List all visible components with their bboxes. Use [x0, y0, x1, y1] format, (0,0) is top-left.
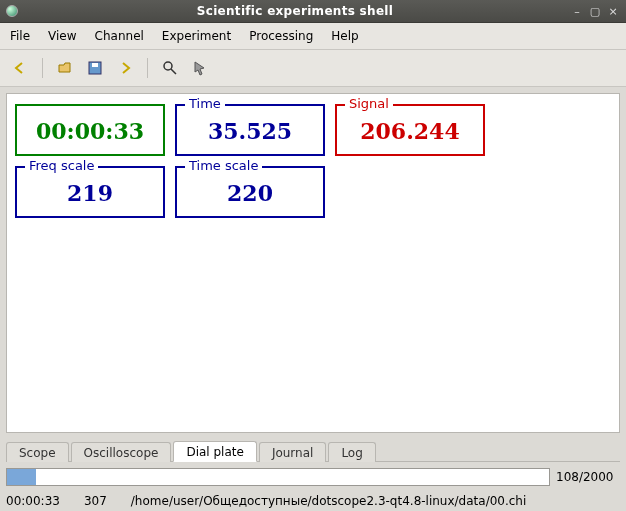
app-icon [6, 5, 18, 17]
progress-row: 108/2000 [6, 468, 620, 486]
elapsed-time-value: 00:00:33 [36, 118, 144, 144]
menu-bar: File View Channel Experiment Processing … [0, 23, 626, 50]
progress-bar[interactable] [6, 468, 550, 486]
freq-scale-label: Freq scale [25, 158, 98, 173]
tab-dial-plate[interactable]: Dial plate [173, 441, 256, 462]
workspace: 00:00:33 Time 35.525 Signal 206.244 Freq… [6, 93, 620, 433]
progress-label: 108/2000 [556, 470, 620, 484]
svg-rect-1 [92, 63, 98, 67]
tab-log[interactable]: Log [328, 442, 375, 462]
freq-scale-value: 219 [67, 180, 113, 206]
menu-help[interactable]: Help [331, 29, 358, 43]
menu-view[interactable]: View [48, 29, 76, 43]
time-scale-value: 220 [227, 180, 273, 206]
status-time: 00:00:33 [6, 494, 60, 508]
tab-journal[interactable]: Journal [259, 442, 327, 462]
status-path: /home/user/Общедоступные/dotscope2.3-qt4… [131, 494, 620, 508]
toolbar-separator [42, 58, 43, 78]
pointer-button[interactable] [188, 56, 212, 80]
tab-oscilloscope[interactable]: Oscilloscope [71, 442, 172, 462]
back-button[interactable] [8, 56, 32, 80]
signal-label: Signal [345, 96, 393, 111]
status-bar: 00:00:33 307 /home/user/Общедоступные/do… [0, 492, 626, 511]
status-count: 307 [84, 494, 107, 508]
menu-experiment[interactable]: Experiment [162, 29, 231, 43]
time-label: Time [185, 96, 225, 111]
time-box: Time 35.525 [175, 104, 325, 156]
freq-scale-box: Freq scale 219 [15, 166, 165, 218]
time-scale-label: Time scale [185, 158, 262, 173]
signal-box: Signal 206.244 [335, 104, 485, 156]
open-button[interactable] [53, 56, 77, 80]
time-scale-box: Time scale 220 [175, 166, 325, 218]
menu-channel[interactable]: Channel [95, 29, 144, 43]
zoom-button[interactable] [158, 56, 182, 80]
save-button[interactable] [83, 56, 107, 80]
time-value: 35.525 [208, 118, 292, 144]
menu-file[interactable]: File [10, 29, 30, 43]
minimize-button[interactable]: – [570, 4, 584, 18]
tab-scope[interactable]: Scope [6, 442, 69, 462]
tab-strip: Scope Oscilloscope Dial plate Journal Lo… [6, 439, 620, 462]
window-title: Scientific experiments shell [24, 4, 566, 18]
elapsed-time-box: 00:00:33 [15, 104, 165, 156]
maximize-button[interactable]: ▢ [588, 4, 602, 18]
close-button[interactable]: × [606, 4, 620, 18]
progress-fill [7, 469, 36, 485]
svg-point-2 [164, 62, 172, 70]
signal-value: 206.244 [360, 118, 460, 144]
svg-line-3 [171, 69, 176, 74]
toolbar [0, 50, 626, 87]
forward-button[interactable] [113, 56, 137, 80]
menu-processing[interactable]: Processing [249, 29, 313, 43]
window-titlebar: Scientific experiments shell – ▢ × [0, 0, 626, 23]
toolbar-separator [147, 58, 148, 78]
